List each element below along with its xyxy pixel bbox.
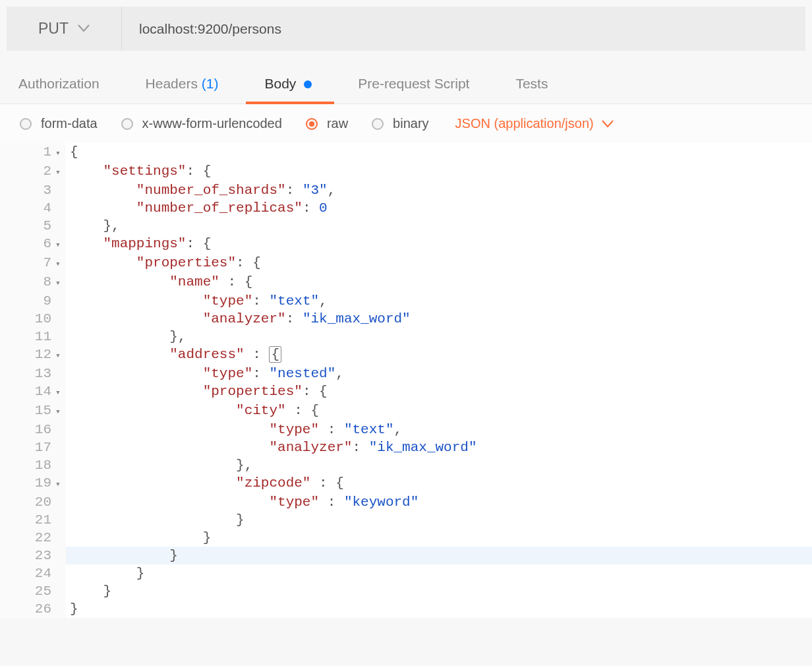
fold-toggle-icon — [55, 600, 66, 618]
code-content[interactable]: "type" : "text", — [66, 421, 402, 439]
code-content[interactable]: } — [66, 564, 144, 582]
code-line[interactable]: 1▾{ — [0, 143, 812, 162]
fold-toggle-icon — [55, 310, 66, 328]
tab-body[interactable]: Body — [260, 71, 316, 104]
line-number: 13 — [0, 365, 55, 382]
code-line[interactable]: 17 "analyzer": "ik_max_word" — [0, 439, 812, 456]
fold-toggle-icon[interactable]: ▾ — [55, 273, 66, 292]
line-number: 25 — [0, 582, 55, 600]
body-type-form-data[interactable]: form-data — [20, 116, 98, 131]
code-line[interactable]: 9 "type": "text", — [0, 292, 812, 310]
code-content[interactable]: "type": "text", — [66, 292, 328, 310]
fold-toggle-icon[interactable]: ▾ — [55, 143, 66, 162]
line-number: 8 — [0, 273, 55, 292]
code-content[interactable]: } — [66, 600, 78, 618]
code-line[interactable]: 11 }, — [0, 328, 812, 346]
radio-icon — [20, 118, 32, 130]
code-line[interactable]: 6▾ "mappings": { — [0, 235, 812, 254]
code-line[interactable]: 12▾ "address" : { — [0, 346, 812, 365]
code-content[interactable]: }, — [66, 328, 186, 346]
code-content[interactable]: "analyzer": "ik_max_word" — [66, 310, 411, 328]
code-content[interactable]: "zipcode" : { — [66, 474, 344, 493]
code-line[interactable]: 15▾ "city" : { — [0, 402, 812, 421]
line-number: 3 — [0, 181, 55, 199]
code-line[interactable]: 2▾ "settings": { — [0, 162, 812, 181]
code-content[interactable]: "name" : { — [66, 273, 252, 292]
fold-toggle-icon — [55, 511, 66, 529]
code-line[interactable]: 13 "type": "nested", — [0, 365, 812, 382]
code-content[interactable]: { — [66, 143, 78, 162]
radio-icon — [306, 118, 318, 130]
fold-toggle-icon — [55, 564, 66, 582]
code-line[interactable]: 24 } — [0, 564, 812, 582]
code-content[interactable]: } — [66, 547, 178, 564]
radio-label: x-www-form-urlencoded — [142, 116, 282, 131]
body-type-urlencoded[interactable]: x-www-form-urlencoded — [121, 116, 282, 131]
code-content[interactable]: "type" : "keyword" — [66, 493, 419, 511]
tab-headers[interactable]: Headers (1) — [142, 71, 223, 104]
code-line[interactable]: 21 } — [0, 511, 812, 529]
active-tab-underline — [246, 102, 334, 104]
code-content[interactable]: }, — [66, 217, 120, 235]
code-line[interactable]: 18 }, — [0, 456, 812, 474]
code-line[interactable]: 8▾ "name" : { — [0, 273, 812, 292]
code-line[interactable]: 20 "type" : "keyword" — [0, 493, 812, 511]
code-line[interactable]: 19▾ "zipcode" : { — [0, 474, 812, 493]
url-input[interactable] — [122, 7, 805, 51]
fold-toggle-icon — [55, 421, 66, 439]
code-content[interactable]: "properties": { — [66, 254, 261, 273]
http-method-select[interactable]: PUT — [7, 7, 122, 51]
code-editor[interactable]: 1▾{2▾ "settings": {3 "number_of_shards":… — [0, 143, 812, 618]
line-number: 23 — [0, 547, 55, 564]
code-content[interactable]: }, — [66, 456, 252, 474]
code-line[interactable]: 23 } — [0, 547, 812, 564]
code-content[interactable]: "city" : { — [66, 402, 319, 421]
code-content[interactable]: "analyzer": "ik_max_word" — [66, 439, 477, 456]
fold-toggle-icon[interactable]: ▾ — [55, 346, 66, 365]
code-line[interactable]: 4 "number_of_replicas": 0 — [0, 199, 812, 217]
line-number: 21 — [0, 511, 55, 529]
tab-label: Pre-request Script — [358, 76, 469, 91]
code-line[interactable]: 7▾ "properties": { — [0, 254, 812, 273]
fold-toggle-icon[interactable]: ▾ — [55, 235, 66, 254]
code-content[interactable]: } — [66, 582, 111, 600]
line-number: 10 — [0, 310, 55, 328]
code-line[interactable]: 10 "analyzer": "ik_max_word" — [0, 310, 812, 328]
tab-prerequest-script[interactable]: Pre-request Script — [354, 71, 473, 104]
fold-toggle-icon[interactable]: ▾ — [55, 254, 66, 273]
body-type-raw[interactable]: raw — [306, 116, 348, 131]
code-line[interactable]: 3 "number_of_shards": "3", — [0, 181, 812, 199]
fold-toggle-icon[interactable]: ▾ — [55, 402, 66, 421]
line-number: 9 — [0, 292, 55, 310]
fold-toggle-icon[interactable]: ▾ — [55, 382, 66, 402]
tab-tests[interactable]: Tests — [511, 71, 552, 104]
code-content[interactable]: "number_of_shards": "3", — [66, 181, 335, 199]
line-number: 11 — [0, 328, 55, 346]
code-content[interactable]: } — [66, 529, 211, 547]
code-line[interactable]: 14▾ "properties": { — [0, 382, 812, 402]
code-line[interactable]: 25 } — [0, 582, 812, 600]
radio-label: binary — [393, 116, 428, 131]
code-content[interactable]: "mappings": { — [66, 235, 211, 254]
code-content[interactable]: "settings": { — [66, 162, 211, 181]
code-line[interactable]: 16 "type" : "text", — [0, 421, 812, 439]
content-type-select[interactable]: JSON (application/json) — [455, 116, 614, 131]
chevron-down-icon — [602, 116, 614, 131]
code-content[interactable]: } — [66, 511, 245, 529]
code-content[interactable]: "address" : { — [66, 346, 281, 365]
code-content[interactable]: "number_of_replicas": 0 — [66, 199, 328, 217]
radio-icon — [372, 118, 384, 130]
request-tabs: Authorization Headers (1) Body Pre-reque… — [0, 59, 812, 104]
line-number: 15 — [0, 402, 55, 421]
fold-toggle-icon — [55, 217, 66, 235]
code-line[interactable]: 22 } — [0, 529, 812, 547]
fold-toggle-icon[interactable]: ▾ — [55, 474, 66, 493]
code-content[interactable]: "type": "nested", — [66, 365, 344, 382]
tab-label: Headers — [146, 76, 198, 91]
fold-toggle-icon[interactable]: ▾ — [55, 162, 66, 181]
code-line[interactable]: 26} — [0, 600, 812, 618]
code-content[interactable]: "properties": { — [66, 382, 328, 402]
body-type-binary[interactable]: binary — [372, 116, 428, 131]
code-line[interactable]: 5 }, — [0, 217, 812, 235]
tab-authorization[interactable]: Authorization — [14, 71, 103, 104]
